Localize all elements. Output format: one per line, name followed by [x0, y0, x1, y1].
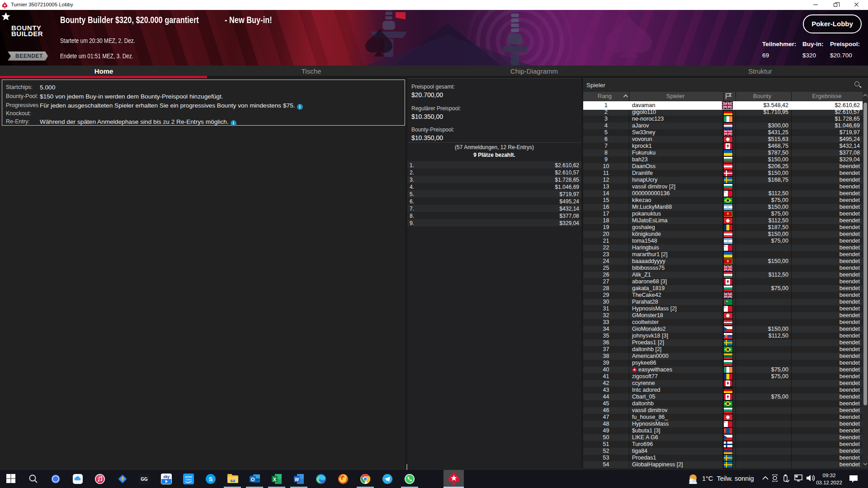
svg-text:O: O — [251, 477, 255, 482]
svg-text:X: X — [273, 477, 277, 482]
svg-text:sky: sky — [163, 474, 170, 479]
svg-text:W: W — [295, 477, 299, 482]
svg-text:video: video — [185, 478, 191, 481]
svg-text:S: S — [209, 476, 213, 483]
